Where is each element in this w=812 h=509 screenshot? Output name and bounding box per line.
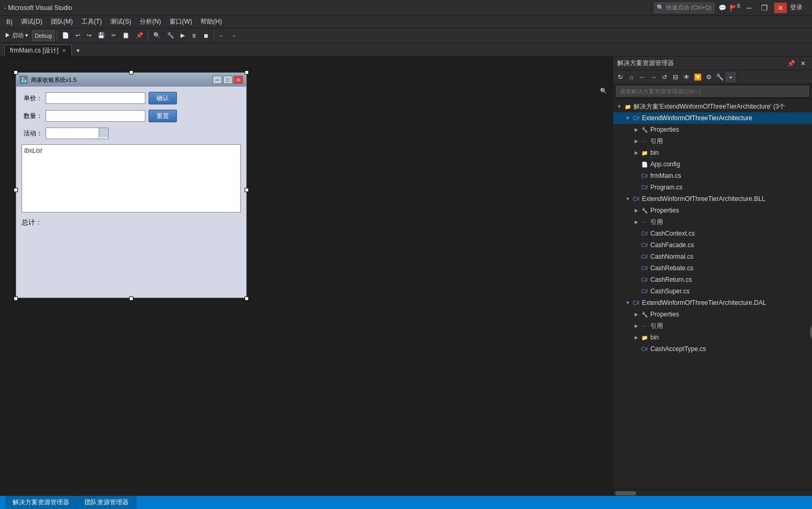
tree-references-bll[interactable]: ▶ ⋯ 引用 — [613, 216, 812, 228]
tree-cashreturn[interactable]: ▶ C# CashReturn.cs — [613, 274, 812, 285]
tree-properties-dal[interactable]: ▶ 🔧 Properties — [613, 309, 812, 320]
toggle[interactable]: ▶ — [632, 218, 640, 226]
props-btn[interactable]: ⚙ — [703, 72, 714, 82]
tree-properties-bll[interactable]: ▶ 🔧 Properties — [613, 205, 812, 216]
toolbar-btn-10[interactable]: ▶ — [178, 30, 187, 41]
close-button[interactable]: ✕ — [774, 3, 787, 13]
tree-references-dal[interactable]: ▶ ⋯ 引用 — [613, 320, 812, 332]
horizontal-scrollbar[interactable] — [613, 490, 812, 496]
toolbar-btn-11[interactable]: ⏸ — [188, 30, 199, 41]
toggle[interactable]: ▶ — [632, 149, 640, 157]
toolbar-btn-12[interactable]: ⏹ — [201, 30, 212, 41]
solution-toggle[interactable]: ▼ — [615, 102, 624, 111]
tree-frmmain-main[interactable]: ▶ C# frmMain.cs — [613, 170, 812, 182]
tree-cashrebate[interactable]: ▶ C# CashRebate.cs — [613, 262, 812, 274]
confirm-button[interactable]: 确认 — [149, 92, 177, 104]
toolbar-btn-14[interactable]: → — [228, 30, 239, 41]
toggle[interactable]: ▶ — [632, 310, 640, 319]
toggle[interactable]: ▶ — [632, 206, 640, 215]
flag-icon[interactable]: 🚩8 — [730, 3, 741, 12]
menu-help[interactable]: 帮助(H) — [196, 16, 226, 27]
tree-properties-main[interactable]: ▶ 🔧 Properties — [613, 124, 812, 135]
restore-button[interactable]: ❐ — [758, 3, 771, 13]
status-tab-team[interactable]: 团队资源管理器 — [77, 496, 136, 509]
signin-button[interactable]: 登录 — [790, 3, 803, 12]
toolbar-btn-4[interactable]: 💾 — [95, 30, 108, 41]
sync-btn[interactable]: ↻ — [615, 72, 626, 82]
panel-close-btn[interactable]: ✕ — [798, 59, 808, 68]
listbox[interactable]: lbxList — [22, 144, 241, 213]
tree-cashaccepttype[interactable]: ▶ C# CashAcceptType.cs — [613, 343, 812, 355]
toolbar-btn-8[interactable]: 🔍 — [151, 30, 163, 41]
status-tab-solution[interactable]: 解决方案资源管理器 — [5, 496, 77, 509]
toolbar-btn-3[interactable]: ↪ — [84, 30, 94, 41]
tree-cashsuper[interactable]: ▶ C# CashSuper.cs — [613, 285, 812, 297]
handle-bl[interactable] — [14, 296, 18, 301]
combo-arrow-icon[interactable]: ▼ — [99, 128, 108, 137]
tree-project-main[interactable]: ▼ C# ExtendWinformOfThreeTierArchitectur… — [613, 112, 812, 124]
home-btn[interactable]: ⌂ — [626, 72, 637, 82]
notification-icon[interactable]: 💬 — [719, 4, 726, 12]
tree-cashcontext[interactable]: ▶ C# CashContext.cs — [613, 228, 812, 239]
handle-bc[interactable] — [129, 296, 133, 301]
unit-price-input[interactable] — [46, 92, 145, 104]
panel-pin-btn[interactable]: 📌 — [785, 59, 797, 68]
form-minimize-btn[interactable]: ─ — [213, 76, 222, 84]
tree-bin-dal[interactable]: ▶ 📁 bin — [613, 332, 812, 343]
toolbar-btn-9[interactable]: 🔧 — [164, 30, 177, 41]
quick-launch[interactable]: 🔍 快速启动 (Ctrl+Q) — [654, 3, 714, 13]
menu-debug[interactable]: 调试(D) — [17, 16, 47, 27]
toolbar-btn-5[interactable]: ✂ — [109, 30, 119, 41]
menu-analyze[interactable]: 分析(N) — [135, 16, 165, 27]
tree-cashnormal[interactable]: ▶ C# CashNormal.cs — [613, 251, 812, 262]
tree-cashfacade[interactable]: ▶ C# CashFacade.cs — [613, 239, 812, 251]
handle-br[interactable] — [245, 296, 249, 301]
tab-dropdown-btn[interactable]: ▾ — [74, 45, 82, 56]
handle-ml[interactable] — [14, 188, 18, 192]
toolbar-btn-1[interactable]: 📄 — [59, 30, 72, 41]
reset-button[interactable]: 重置 — [149, 110, 177, 122]
scrollbar-thumb[interactable] — [615, 491, 636, 495]
tree-references-main[interactable]: ▶ ⋯ 引用 — [613, 135, 812, 147]
menu-window[interactable]: 窗口(W) — [165, 16, 196, 27]
form-design-window[interactable]: 🏪 商家收银系统v1.5 ─ □ ✕ 单价： 确认 数量： — [16, 72, 247, 298]
handle-tr[interactable] — [245, 70, 249, 75]
minimize-button[interactable]: ─ — [743, 3, 755, 13]
tool1-btn[interactable]: 🔧 — [714, 72, 725, 82]
search-input[interactable] — [616, 86, 809, 97]
toggle[interactable]: ▶ — [632, 322, 640, 330]
bll-toggle[interactable]: ▼ — [624, 195, 632, 203]
filter-btn[interactable]: 🔽 — [692, 72, 703, 82]
toolbar-btn-6[interactable]: 📋 — [120, 30, 132, 41]
start-button[interactable]: ▶ 启动 ▾ — [2, 30, 31, 41]
back-btn[interactable]: ← — [637, 72, 648, 82]
toggle[interactable]: ▶ — [632, 333, 640, 342]
tree-project-bll[interactable]: ▼ C# ExtendWinformOfThreeTierArchitectur… — [613, 193, 812, 205]
designer-area[interactable]: 🏪 商家收银系统v1.5 ─ □ ✕ 单价： 确认 数量： — [0, 57, 613, 496]
activity-combo[interactable]: ▼ — [46, 128, 109, 139]
tree-project-dal[interactable]: ▼ C# ExtendWinformOfThreeTierArchitectur… — [613, 297, 812, 309]
project-main-toggle[interactable]: ▼ — [624, 114, 632, 122]
form-restore-btn[interactable]: □ — [223, 76, 233, 84]
tool2-btn[interactable]: ▪ — [725, 72, 736, 82]
solution-tree[interactable]: ▼ 📁 解决方案'ExtendWinformOfThreeTierArchite… — [613, 99, 812, 490]
forward-btn[interactable]: → — [648, 72, 659, 82]
tree-solution-root[interactable]: ▼ 📁 解决方案'ExtendWinformOfThreeTierArchite… — [613, 101, 812, 112]
menu-team[interactable]: 团队(M) — [47, 16, 77, 27]
handle-tc[interactable] — [129, 70, 133, 75]
collapse-btn[interactable]: ⊟ — [670, 72, 681, 82]
menu-b[interactable]: B) — [2, 17, 17, 27]
debug-mode-selector[interactable]: Debug — [32, 30, 54, 41]
menu-tools[interactable]: 工具(T) — [77, 16, 106, 27]
form-close-btn[interactable]: ✕ — [234, 76, 243, 84]
toolbar-btn-2[interactable]: ↩ — [73, 30, 83, 41]
dal-toggle[interactable]: ▼ — [624, 299, 632, 307]
menu-test[interactable]: 测试(S) — [106, 16, 135, 27]
quantity-input[interactable] — [46, 110, 145, 122]
toolbar-btn-13[interactable]: ← — [216, 30, 227, 41]
tree-appconfig-main[interactable]: ▶ 📄 App.config — [613, 158, 812, 170]
tree-bin-main[interactable]: ▶ 📁 bin — [613, 147, 812, 158]
tab-close-btn[interactable]: ✕ — [62, 48, 66, 54]
refresh-btn[interactable]: ↺ — [659, 72, 670, 82]
handle-tl[interactable] — [14, 70, 18, 75]
